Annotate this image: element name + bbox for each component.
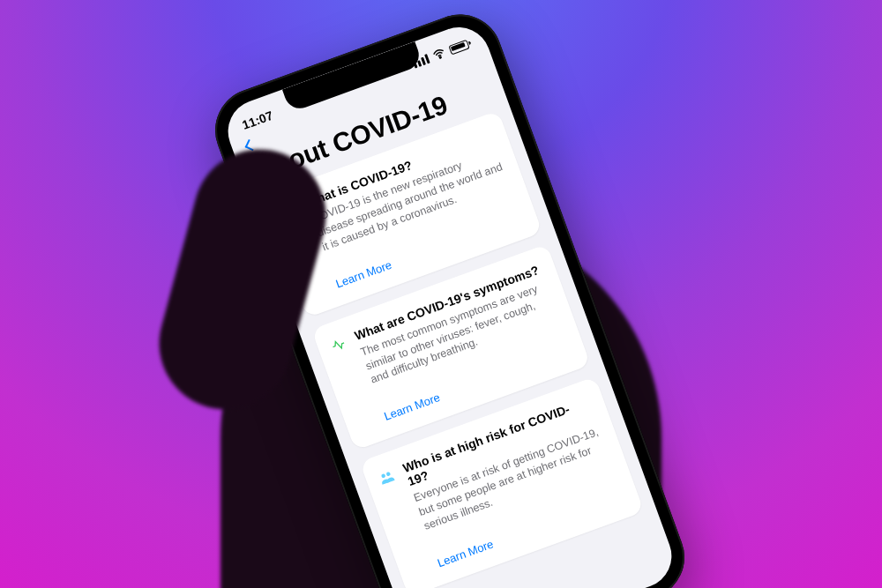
learn-more-link[interactable]: Learn More — [333, 257, 393, 290]
learn-more-link[interactable]: Learn More — [436, 537, 496, 569]
svg-point-0 — [439, 56, 441, 58]
svg-point-10 — [381, 473, 386, 479]
battery-icon — [448, 39, 469, 55]
learn-more-link[interactable]: Learn More — [382, 391, 442, 423]
wifi-icon — [431, 46, 447, 62]
svg-point-11 — [386, 472, 392, 477]
